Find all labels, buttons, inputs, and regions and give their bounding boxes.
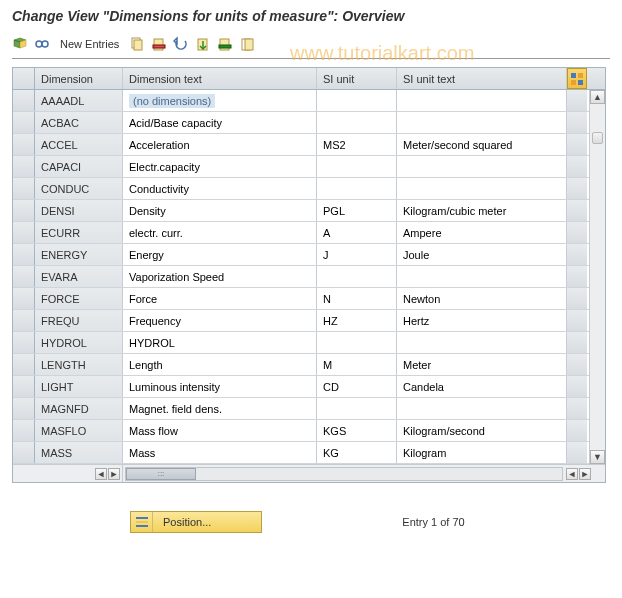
vscroll-up-arrow-icon[interactable]: ▲ (590, 90, 605, 104)
vscroll-track[interactable] (592, 106, 603, 448)
header-selector[interactable] (13, 68, 35, 89)
row-selector[interactable] (13, 420, 35, 441)
cell-dimension[interactable]: ENERGY (35, 244, 123, 265)
cell-dimension[interactable]: LENGTH (35, 354, 123, 375)
table-row[interactable]: ACCELAccelerationMS2Meter/second squared (13, 134, 605, 156)
table-row[interactable]: FORCEForceNNewton (13, 288, 605, 310)
cell-si-unit[interactable]: M (317, 354, 397, 375)
cell-si-unit[interactable]: N (317, 288, 397, 309)
table-row[interactable]: MASSMassKGKilogram (13, 442, 605, 464)
cell-si-unit[interactable]: CD (317, 376, 397, 397)
row-selector[interactable] (13, 354, 35, 375)
row-selector[interactable] (13, 398, 35, 419)
table-row[interactable]: CAPACIElectr.capacity (13, 156, 605, 178)
cell-dimension[interactable]: FORCE (35, 288, 123, 309)
glasses-icon[interactable] (34, 36, 50, 52)
cell-dimension[interactable]: AAAADL (35, 90, 123, 111)
cell-si-unit-text[interactable]: Newton (397, 288, 567, 309)
row-selector[interactable] (13, 266, 35, 287)
cell-dimension-text[interactable]: Mass (123, 442, 317, 463)
cell-dimension-text[interactable]: (no dimensions) (123, 90, 317, 111)
cell-si-unit-text[interactable] (397, 156, 567, 177)
cell-si-unit[interactable]: MS2 (317, 134, 397, 155)
hscroll-right-arrow-icon[interactable]: ► (108, 468, 120, 480)
table-row[interactable]: FREQUFrequency HZHertz (13, 310, 605, 332)
cell-si-unit-text[interactable] (397, 266, 567, 287)
cell-dimension[interactable]: CAPACI (35, 156, 123, 177)
hscroll-track[interactable]: ::: (125, 467, 563, 481)
hscroll-end-left-arrow-icon[interactable]: ◄ (566, 468, 578, 480)
row-selector[interactable] (13, 90, 35, 111)
cell-si-unit-text[interactable] (397, 90, 567, 111)
cell-si-unit[interactable]: A (317, 222, 397, 243)
cell-si-unit[interactable] (317, 332, 397, 353)
cell-si-unit-text[interactable]: Candela (397, 376, 567, 397)
cell-si-unit-text[interactable]: Kilogram (397, 442, 567, 463)
cell-dimension[interactable]: HYDROL (35, 332, 123, 353)
row-selector[interactable] (13, 222, 35, 243)
cell-dimension-text[interactable]: Magnet. field dens. (123, 398, 317, 419)
cell-dimension[interactable]: LIGHT (35, 376, 123, 397)
cell-si-unit-text[interactable]: Ampere (397, 222, 567, 243)
row-selector[interactable] (13, 134, 35, 155)
table-row[interactable]: LIGHTLuminous intensityCDCandela (13, 376, 605, 398)
row-selector[interactable] (13, 244, 35, 265)
row-selector[interactable] (13, 332, 35, 353)
cell-dimension-text[interactable]: HYDROL (123, 332, 317, 353)
hscroll-left-arrow-icon[interactable]: ◄ (95, 468, 107, 480)
cell-si-unit-text[interactable]: Meter/second squared (397, 134, 567, 155)
toggle-display-icon[interactable] (12, 36, 28, 52)
position-button[interactable]: Position... (130, 511, 262, 533)
cell-dimension[interactable]: FREQU (35, 310, 123, 331)
cell-si-unit-text[interactable]: Hertz (397, 310, 567, 331)
undo-icon[interactable] (173, 36, 189, 52)
cell-si-unit-text[interactable] (397, 332, 567, 353)
table-row[interactable]: CONDUCConductivity (13, 178, 605, 200)
cell-dimension[interactable]: MASFLO (35, 420, 123, 441)
row-selector[interactable] (13, 112, 35, 133)
cell-dimension-text[interactable]: electr. curr. (123, 222, 317, 243)
cell-dimension-text[interactable]: Frequency (123, 310, 317, 331)
cell-si-unit-text[interactable]: Joule (397, 244, 567, 265)
vertical-scrollbar[interactable]: ▲ ▼ (589, 90, 605, 464)
cell-si-unit[interactable] (317, 112, 397, 133)
cell-dimension-text[interactable]: Energy (123, 244, 317, 265)
cell-si-unit[interactable]: KG (317, 442, 397, 463)
cell-dimension[interactable]: ECURR (35, 222, 123, 243)
cell-dimension[interactable]: DENSI (35, 200, 123, 221)
table-row[interactable]: HYDROLHYDROL (13, 332, 605, 354)
delete-icon[interactable] (151, 36, 167, 52)
header-si-unit[interactable]: SI unit (317, 68, 397, 89)
header-si-unit-text[interactable]: SI unit text (397, 68, 567, 89)
cell-si-unit[interactable]: PGL (317, 200, 397, 221)
horizontal-scrollbar[interactable]: ◄ ► ::: ◄ ► (13, 464, 605, 482)
row-selector[interactable] (13, 310, 35, 331)
table-row[interactable]: AAAADL(no dimensions) (13, 90, 605, 112)
cell-si-unit[interactable]: KGS (317, 420, 397, 441)
cell-dimension-text[interactable]: Electr.capacity (123, 156, 317, 177)
cell-si-unit-text[interactable] (397, 112, 567, 133)
save-icon[interactable] (195, 36, 211, 52)
cell-si-unit[interactable] (317, 90, 397, 111)
cell-si-unit[interactable] (317, 266, 397, 287)
table-row[interactable]: ECURRelectr. curr.AAmpere (13, 222, 605, 244)
cell-dimension[interactable]: CONDUC (35, 178, 123, 199)
cell-dimension-text[interactable]: Acceleration (123, 134, 317, 155)
row-selector[interactable] (13, 200, 35, 221)
table-row[interactable]: MAGNFDMagnet. field dens. (13, 398, 605, 420)
cell-dimension-text[interactable]: Length (123, 354, 317, 375)
vscroll-down-arrow-icon[interactable]: ▼ (590, 450, 605, 464)
table-settings-icon[interactable] (567, 68, 587, 89)
select-all-icon[interactable] (217, 36, 233, 52)
cell-si-unit-text[interactable]: Kilogram/second (397, 420, 567, 441)
row-selector[interactable] (13, 376, 35, 397)
cell-si-unit-text[interactable] (397, 398, 567, 419)
cell-dimension-text[interactable]: Vaporization Speed (123, 266, 317, 287)
cell-dimension[interactable]: ACCEL (35, 134, 123, 155)
cell-si-unit[interactable]: HZ (317, 310, 397, 331)
cell-dimension[interactable]: MAGNFD (35, 398, 123, 419)
table-row[interactable]: MASFLOMass flowKGSKilogram/second (13, 420, 605, 442)
cell-dimension[interactable]: EVARA (35, 266, 123, 287)
table-row[interactable]: ACBACAcid/Base capacity (13, 112, 605, 134)
row-selector[interactable] (13, 178, 35, 199)
